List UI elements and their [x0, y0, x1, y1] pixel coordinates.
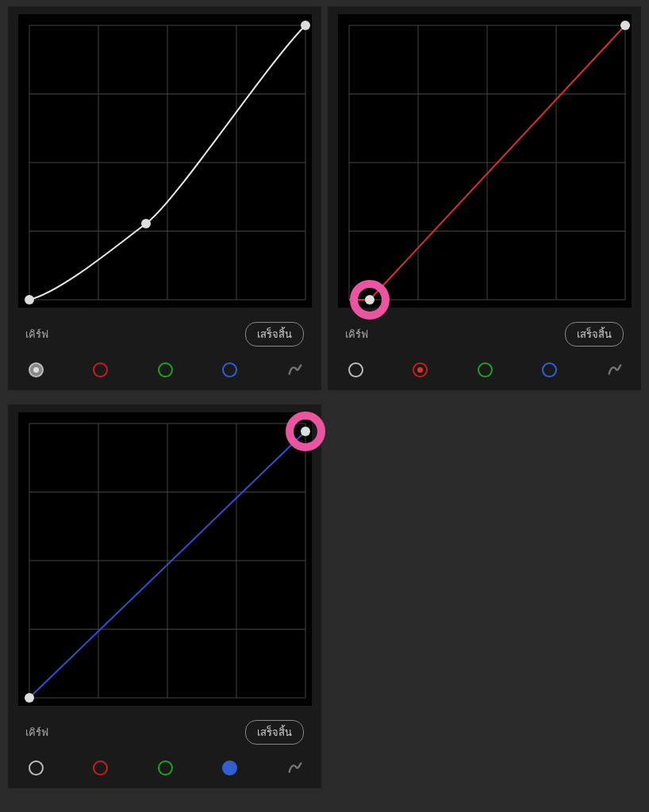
channel-blue-button[interactable]	[542, 362, 557, 377]
channel-red-button[interactable]	[93, 760, 108, 776]
controls-row: เคิร์ฟ เสร็จสิ้น	[328, 308, 641, 347]
curve-editor[interactable]	[338, 14, 632, 308]
channel-white-button[interactable]	[348, 362, 363, 377]
curves-panel-white: เคิร์ฟ เสร็จสิ้น	[8, 6, 321, 390]
curve-handle[interactable]	[25, 693, 34, 703]
curve-handle[interactable]	[25, 295, 34, 304]
reset-curve-icon[interactable]	[286, 759, 304, 776]
curve-label: เคิร์ฟ	[25, 326, 48, 343]
curve-grid	[18, 14, 312, 308]
reset-curve-icon[interactable]	[286, 361, 304, 378]
channel-blue-button[interactable]	[222, 760, 237, 776]
channel-green-button[interactable]	[478, 362, 493, 377]
channel-red-button[interactable]	[413, 362, 428, 377]
channel-row	[328, 347, 641, 378]
curve-grid	[338, 14, 632, 308]
done-button[interactable]: เสร็จสิ้น	[565, 322, 624, 347]
done-button[interactable]: เสร็จสิ้น	[245, 322, 304, 347]
curves-panel-red: เคิร์ฟ เสร็จสิ้น	[328, 6, 641, 390]
curve-grid	[18, 412, 312, 706]
done-button[interactable]: เสร็จสิ้น	[245, 720, 304, 745]
channel-row	[8, 347, 321, 378]
channel-green-button[interactable]	[158, 362, 173, 377]
channel-green-button[interactable]	[158, 760, 173, 776]
controls-row: เคิร์ฟ เสร็จสิ้น	[8, 706, 321, 745]
curve-handle[interactable]	[301, 427, 310, 436]
controls-row: เคิร์ฟ เสร็จสิ้น	[8, 308, 321, 347]
channel-white-button[interactable]	[29, 760, 44, 776]
curve-handle[interactable]	[301, 21, 310, 30]
curve-editor[interactable]	[18, 412, 312, 706]
curve-handle[interactable]	[141, 219, 151, 228]
curve-handle[interactable]	[620, 21, 630, 30]
curves-panel-blue: เคิร์ฟ เสร็จสิ้น	[8, 404, 321, 788]
curve-editor[interactable]	[18, 14, 312, 308]
channel-red-button[interactable]	[93, 362, 108, 377]
channel-white-button[interactable]	[29, 362, 44, 377]
channel-row	[8, 745, 321, 776]
curve-label: เคิร์ฟ	[345, 326, 368, 343]
curve-handle[interactable]	[365, 295, 374, 304]
reset-curve-icon[interactable]	[606, 361, 624, 378]
curve-label: เคิร์ฟ	[25, 724, 48, 741]
channel-blue-button[interactable]	[222, 362, 237, 377]
